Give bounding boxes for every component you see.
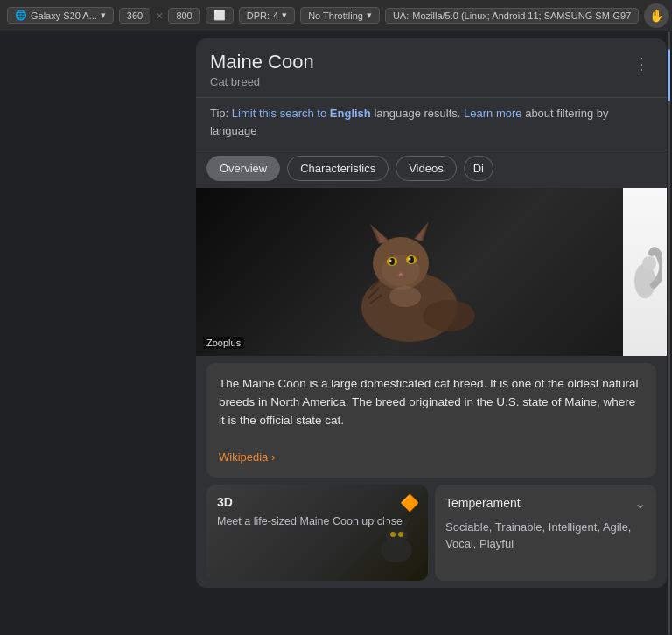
main-cat-image[interactable]: Zooplus (196, 188, 623, 356)
card-3d[interactable]: 3D 🔶 Meet a life-sized Maine Coon up clo… (206, 485, 428, 581)
svg-marker-24 (402, 517, 410, 527)
page-icon-button[interactable]: ⬜ (206, 7, 234, 24)
card-title-group: Maine Coon Cat breed (210, 51, 314, 88)
limit-search-text: Limit this search to (232, 107, 326, 120)
image-credit-label: Zooplus (203, 337, 244, 349)
card-3d-cat-icon (373, 511, 421, 577)
description-text: The Maine Coon is a large domesticated c… (219, 377, 639, 427)
english-link[interactable]: English (330, 107, 371, 120)
description-section: The Maine Coon is a large domesticated c… (206, 363, 656, 478)
tab-overview-label: Overview (220, 162, 267, 175)
side-cat-image[interactable] (623, 188, 667, 356)
card-temp-traits: Sociable, Trainable, Intelligent, Agile,… (445, 519, 646, 553)
card-temp-header: Temperament ⌄ (445, 495, 646, 512)
card-3d-icon: 🔶 (400, 493, 419, 513)
limit-search-link[interactable]: Limit this search to (232, 107, 330, 120)
dimension-separator: × (156, 9, 163, 23)
touch-icon: ✋ (649, 9, 664, 23)
3d-cat-svg (373, 511, 421, 568)
width-input[interactable]: 360 (119, 8, 150, 24)
card-header: Maine Coon Cat breed ⋮ (196, 38, 667, 97)
learn-more-link[interactable]: Learn more (464, 107, 522, 120)
cat-svg-container (196, 188, 623, 356)
tab-more[interactable]: Di (464, 156, 494, 181)
tabs-row: Overview Characteristics Videos Di (196, 150, 667, 188)
wikipedia-link[interactable]: Wikipedia › (219, 450, 275, 464)
tab-more-label: Di (473, 162, 484, 175)
ua-value: Mozilla/5.0 (Linux; Android 11; SAMSUNG … (412, 10, 631, 21)
right-panel: Maine Coon Cat breed ⋮ Tip: Limit this s… (191, 31, 672, 635)
card-temp-chevron-icon[interactable]: ⌄ (634, 495, 646, 512)
content-area: Maine Coon Cat breed ⋮ Tip: Limit this s… (0, 31, 672, 635)
cat-illustration (322, 193, 497, 351)
left-panel (0, 31, 191, 635)
dpr-chevron-icon: ▾ (282, 10, 287, 21)
side-cat-bg (623, 188, 667, 356)
tip-section: Tip: Limit this search to English langua… (196, 97, 667, 150)
throttling-value: No Throttling (308, 10, 363, 21)
tab-videos[interactable]: Videos (396, 156, 457, 181)
browser-toolbar: 🌐 Galaxy S20 A... ▾ 360 × 800 ⬜ DPR: 4 ▾… (0, 0, 672, 31)
bottom-cards: 3D 🔶 Meet a life-sized Maine Coon up clo… (206, 485, 656, 581)
device-label: Galaxy S20 A... (31, 10, 97, 21)
tip-label: Tip: (210, 107, 228, 120)
tab-characteristics[interactable]: Characteristics (287, 156, 388, 181)
dpr-label: DPR: (247, 10, 270, 21)
card-3d-title: 3D (217, 495, 417, 509)
svg-point-1 (423, 300, 475, 331)
device-selector[interactable]: 🌐 Galaxy S20 A... ▾ (7, 7, 114, 24)
svg-point-12 (389, 260, 392, 262)
throttling-selector[interactable]: No Throttling ▾ (300, 7, 380, 24)
touch-icon-button[interactable]: ✋ (644, 3, 668, 28)
height-input[interactable]: 800 (168, 8, 200, 24)
svg-point-13 (409, 258, 411, 261)
image-section: Zooplus (196, 188, 667, 356)
wikipedia-link-text: Wikipedia › (219, 450, 275, 464)
card-title: Maine Coon (210, 51, 314, 73)
cat-image-bg (196, 188, 623, 356)
device-globe-icon: 🌐 (15, 10, 27, 21)
ua-selector[interactable]: UA: Mozilla/5.0 (Linux; Android 11; SAMS… (385, 8, 639, 24)
height-value: 800 (176, 10, 192, 21)
ua-label: UA: (393, 10, 409, 21)
svg-point-22 (386, 526, 407, 545)
svg-point-25 (390, 532, 396, 537)
device-chevron-icon: ▾ (101, 10, 106, 21)
card-temperament[interactable]: Temperament ⌄ Sociable, Trainable, Intel… (435, 485, 656, 581)
svg-point-20 (642, 256, 656, 270)
svg-marker-23 (383, 518, 392, 528)
svg-point-26 (398, 532, 403, 537)
throttling-chevron-icon: ▾ (367, 10, 372, 21)
card-subtitle: Cat breed (210, 75, 314, 88)
tab-overview[interactable]: Overview (206, 156, 280, 181)
side-cat-svg (627, 237, 662, 307)
tab-characteristics-label: Characteristics (300, 162, 375, 175)
scrollbar[interactable] (668, 31, 670, 635)
card-menu-button[interactable]: ⋮ (630, 52, 653, 75)
width-value: 360 (127, 10, 143, 21)
knowledge-card: Maine Coon Cat breed ⋮ Tip: Limit this s… (196, 38, 667, 588)
dpr-value: 4 (273, 10, 278, 21)
learn-more-text: Learn more (464, 107, 522, 120)
svg-point-18 (389, 286, 421, 307)
tab-videos-label: Videos (409, 162, 444, 175)
scroll-thumb (668, 49, 670, 101)
english-text: English (330, 107, 371, 120)
tip-middle-text: language results. (374, 107, 460, 120)
card-temp-title: Temperament (445, 496, 521, 510)
dpr-selector[interactable]: DPR: 4 ▾ (239, 7, 295, 24)
